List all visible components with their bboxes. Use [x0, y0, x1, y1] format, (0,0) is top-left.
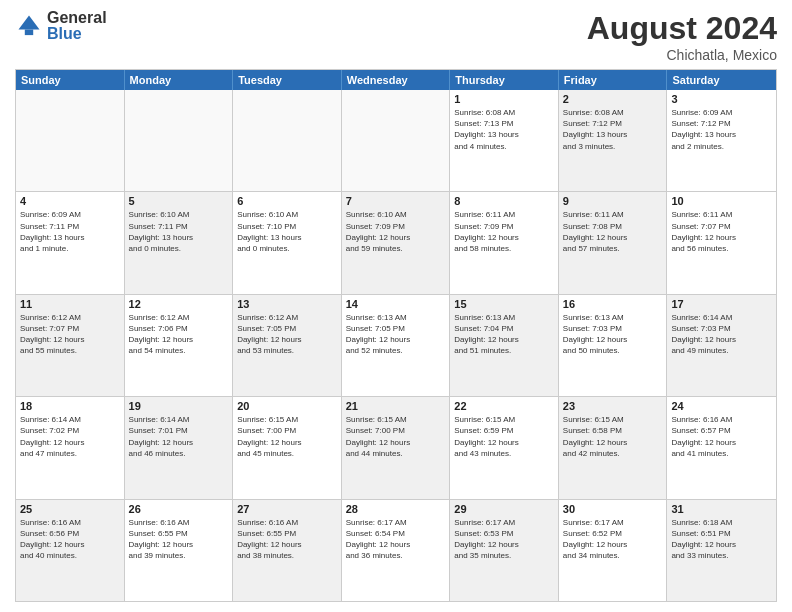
calendar-day-14: 14Sunrise: 6:13 AM Sunset: 7:05 PM Dayli… [342, 295, 451, 396]
day-info: Sunrise: 6:15 AM Sunset: 7:00 PM Dayligh… [346, 414, 446, 459]
calendar-week-3: 11Sunrise: 6:12 AM Sunset: 7:07 PM Dayli… [16, 294, 776, 396]
calendar-week-5: 25Sunrise: 6:16 AM Sunset: 6:56 PM Dayli… [16, 499, 776, 601]
day-number: 20 [237, 400, 337, 412]
calendar-day-21: 21Sunrise: 6:15 AM Sunset: 7:00 PM Dayli… [342, 397, 451, 498]
calendar-empty-cell [16, 90, 125, 191]
day-number: 9 [563, 195, 663, 207]
day-info: Sunrise: 6:17 AM Sunset: 6:52 PM Dayligh… [563, 517, 663, 562]
calendar: SundayMondayTuesdayWednesdayThursdayFrid… [15, 69, 777, 602]
day-info: Sunrise: 6:12 AM Sunset: 7:07 PM Dayligh… [20, 312, 120, 357]
logo-blue-text: Blue [47, 26, 107, 42]
calendar-week-2: 4Sunrise: 6:09 AM Sunset: 7:11 PM Daylig… [16, 191, 776, 293]
calendar-day-11: 11Sunrise: 6:12 AM Sunset: 7:07 PM Dayli… [16, 295, 125, 396]
day-info: Sunrise: 6:11 AM Sunset: 7:09 PM Dayligh… [454, 209, 554, 254]
day-number: 29 [454, 503, 554, 515]
day-number: 2 [563, 93, 663, 105]
day-info: Sunrise: 6:12 AM Sunset: 7:06 PM Dayligh… [129, 312, 229, 357]
day-info: Sunrise: 6:17 AM Sunset: 6:53 PM Dayligh… [454, 517, 554, 562]
calendar-day-9: 9Sunrise: 6:11 AM Sunset: 7:08 PM Daylig… [559, 192, 668, 293]
calendar-day-15: 15Sunrise: 6:13 AM Sunset: 7:04 PM Dayli… [450, 295, 559, 396]
header-day-monday: Monday [125, 70, 234, 90]
day-info: Sunrise: 6:18 AM Sunset: 6:51 PM Dayligh… [671, 517, 772, 562]
day-number: 28 [346, 503, 446, 515]
day-info: Sunrise: 6:11 AM Sunset: 7:08 PM Dayligh… [563, 209, 663, 254]
header-day-friday: Friday [559, 70, 668, 90]
title-area: August 2024 Chichatla, Mexico [587, 10, 777, 63]
day-number: 13 [237, 298, 337, 310]
calendar-empty-cell [233, 90, 342, 191]
calendar-day-26: 26Sunrise: 6:16 AM Sunset: 6:55 PM Dayli… [125, 500, 234, 601]
calendar-day-29: 29Sunrise: 6:17 AM Sunset: 6:53 PM Dayli… [450, 500, 559, 601]
calendar-day-28: 28Sunrise: 6:17 AM Sunset: 6:54 PM Dayli… [342, 500, 451, 601]
day-info: Sunrise: 6:13 AM Sunset: 7:04 PM Dayligh… [454, 312, 554, 357]
day-number: 4 [20, 195, 120, 207]
header-day-wednesday: Wednesday [342, 70, 451, 90]
day-info: Sunrise: 6:10 AM Sunset: 7:11 PM Dayligh… [129, 209, 229, 254]
calendar-body: 1Sunrise: 6:08 AM Sunset: 7:13 PM Daylig… [16, 90, 776, 601]
header-day-thursday: Thursday [450, 70, 559, 90]
location-subtitle: Chichatla, Mexico [587, 47, 777, 63]
day-number: 5 [129, 195, 229, 207]
day-info: Sunrise: 6:10 AM Sunset: 7:10 PM Dayligh… [237, 209, 337, 254]
day-number: 15 [454, 298, 554, 310]
day-info: Sunrise: 6:14 AM Sunset: 7:01 PM Dayligh… [129, 414, 229, 459]
day-info: Sunrise: 6:13 AM Sunset: 7:03 PM Dayligh… [563, 312, 663, 357]
logo: General Blue [15, 10, 107, 42]
day-info: Sunrise: 6:09 AM Sunset: 7:11 PM Dayligh… [20, 209, 120, 254]
month-year-title: August 2024 [587, 10, 777, 47]
calendar-day-6: 6Sunrise: 6:10 AM Sunset: 7:10 PM Daylig… [233, 192, 342, 293]
logo-text: General Blue [47, 10, 107, 42]
calendar-day-1: 1Sunrise: 6:08 AM Sunset: 7:13 PM Daylig… [450, 90, 559, 191]
day-number: 18 [20, 400, 120, 412]
day-number: 27 [237, 503, 337, 515]
calendar-day-30: 30Sunrise: 6:17 AM Sunset: 6:52 PM Dayli… [559, 500, 668, 601]
day-number: 1 [454, 93, 554, 105]
logo-icon [15, 12, 43, 40]
day-info: Sunrise: 6:08 AM Sunset: 7:13 PM Dayligh… [454, 107, 554, 152]
day-number: 7 [346, 195, 446, 207]
logo-general-text: General [47, 10, 107, 26]
calendar-day-17: 17Sunrise: 6:14 AM Sunset: 7:03 PM Dayli… [667, 295, 776, 396]
calendar-day-16: 16Sunrise: 6:13 AM Sunset: 7:03 PM Dayli… [559, 295, 668, 396]
day-info: Sunrise: 6:08 AM Sunset: 7:12 PM Dayligh… [563, 107, 663, 152]
day-number: 21 [346, 400, 446, 412]
day-number: 8 [454, 195, 554, 207]
calendar-day-19: 19Sunrise: 6:14 AM Sunset: 7:01 PM Dayli… [125, 397, 234, 498]
day-number: 23 [563, 400, 663, 412]
day-number: 10 [671, 195, 772, 207]
calendar-empty-cell [342, 90, 451, 191]
calendar-day-12: 12Sunrise: 6:12 AM Sunset: 7:06 PM Dayli… [125, 295, 234, 396]
calendar-day-7: 7Sunrise: 6:10 AM Sunset: 7:09 PM Daylig… [342, 192, 451, 293]
day-info: Sunrise: 6:16 AM Sunset: 6:55 PM Dayligh… [237, 517, 337, 562]
day-number: 25 [20, 503, 120, 515]
day-info: Sunrise: 6:10 AM Sunset: 7:09 PM Dayligh… [346, 209, 446, 254]
day-info: Sunrise: 6:16 AM Sunset: 6:56 PM Dayligh… [20, 517, 120, 562]
day-info: Sunrise: 6:16 AM Sunset: 6:55 PM Dayligh… [129, 517, 229, 562]
day-info: Sunrise: 6:13 AM Sunset: 7:05 PM Dayligh… [346, 312, 446, 357]
day-info: Sunrise: 6:16 AM Sunset: 6:57 PM Dayligh… [671, 414, 772, 459]
calendar-day-27: 27Sunrise: 6:16 AM Sunset: 6:55 PM Dayli… [233, 500, 342, 601]
calendar-day-4: 4Sunrise: 6:09 AM Sunset: 7:11 PM Daylig… [16, 192, 125, 293]
day-info: Sunrise: 6:09 AM Sunset: 7:12 PM Dayligh… [671, 107, 772, 152]
calendar-week-1: 1Sunrise: 6:08 AM Sunset: 7:13 PM Daylig… [16, 90, 776, 191]
day-number: 14 [346, 298, 446, 310]
calendar-day-18: 18Sunrise: 6:14 AM Sunset: 7:02 PM Dayli… [16, 397, 125, 498]
calendar-day-3: 3Sunrise: 6:09 AM Sunset: 7:12 PM Daylig… [667, 90, 776, 191]
calendar-day-8: 8Sunrise: 6:11 AM Sunset: 7:09 PM Daylig… [450, 192, 559, 293]
calendar-day-24: 24Sunrise: 6:16 AM Sunset: 6:57 PM Dayli… [667, 397, 776, 498]
svg-rect-1 [25, 30, 33, 36]
day-info: Sunrise: 6:15 AM Sunset: 6:59 PM Dayligh… [454, 414, 554, 459]
day-number: 30 [563, 503, 663, 515]
day-number: 26 [129, 503, 229, 515]
svg-marker-0 [19, 16, 40, 30]
day-number: 11 [20, 298, 120, 310]
day-number: 17 [671, 298, 772, 310]
header-day-saturday: Saturday [667, 70, 776, 90]
day-number: 19 [129, 400, 229, 412]
calendar-day-25: 25Sunrise: 6:16 AM Sunset: 6:56 PM Dayli… [16, 500, 125, 601]
day-number: 22 [454, 400, 554, 412]
day-info: Sunrise: 6:12 AM Sunset: 7:05 PM Dayligh… [237, 312, 337, 357]
day-info: Sunrise: 6:11 AM Sunset: 7:07 PM Dayligh… [671, 209, 772, 254]
calendar-day-13: 13Sunrise: 6:12 AM Sunset: 7:05 PM Dayli… [233, 295, 342, 396]
calendar-day-20: 20Sunrise: 6:15 AM Sunset: 7:00 PM Dayli… [233, 397, 342, 498]
